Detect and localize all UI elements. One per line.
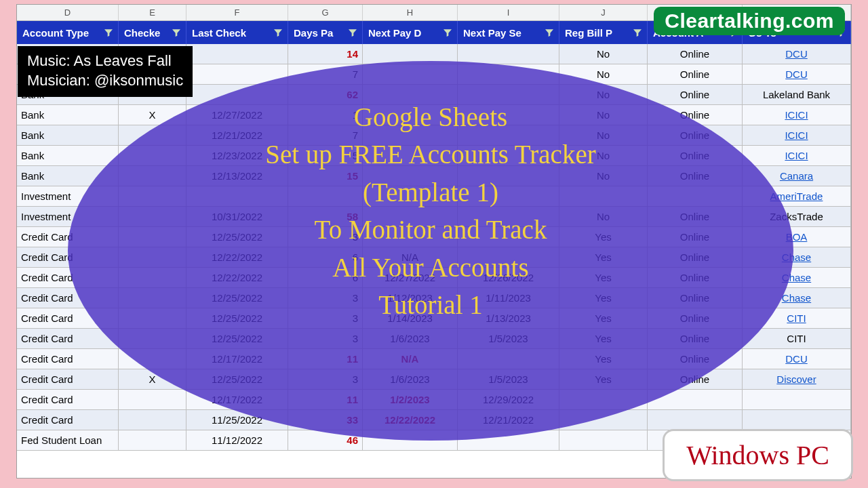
header-cell[interactable]: Next Pay D <box>363 21 458 44</box>
header-cell[interactable]: Last Check <box>186 21 288 44</box>
data-cell[interactable] <box>119 390 186 410</box>
data-cell[interactable] <box>119 430 186 451</box>
title-line: All Your Accounts <box>81 249 780 286</box>
data-cell[interactable]: Online <box>648 44 743 64</box>
column-letter[interactable]: J <box>559 5 648 20</box>
title-line: To Monitor and Track <box>81 211 780 248</box>
filter-icon[interactable] <box>347 27 358 38</box>
header-label: Next Pay Se <box>463 27 521 39</box>
goto-link[interactable]: Chase <box>782 292 811 304</box>
goto-link[interactable]: DCU <box>785 68 808 80</box>
header-label: Next Pay D <box>368 27 421 39</box>
column-letter[interactable]: H <box>363 5 458 20</box>
column-letter[interactable]: G <box>288 5 363 20</box>
data-cell[interactable] <box>458 44 559 64</box>
overlay-title: Google SheetsSet up FREE Accounts Tracke… <box>81 98 780 323</box>
header-cell[interactable]: Checke <box>119 21 186 44</box>
header-cell[interactable]: Reg Bill P <box>559 21 648 44</box>
goto-cell[interactable]: DCU <box>743 64 851 85</box>
data-cell[interactable]: No <box>559 44 648 64</box>
header-label: Days Pa <box>294 27 333 39</box>
filter-icon[interactable] <box>632 27 643 38</box>
header-label: Reg Bill P <box>565 27 612 39</box>
title-line: (Template 1) <box>81 174 780 211</box>
goto-link[interactable]: Discover <box>776 373 816 385</box>
goto-cell[interactable] <box>743 390 851 410</box>
goto-cell[interactable]: DCU <box>743 349 851 369</box>
header-label: Checke <box>124 27 160 39</box>
goto-link[interactable]: Canara <box>780 170 813 182</box>
data-cell[interactable]: Credit Card <box>17 410 119 430</box>
data-cell[interactable]: 14 <box>288 44 363 64</box>
data-cell[interactable]: Credit Card <box>17 369 119 390</box>
goto-link[interactable]: ICICI <box>785 150 808 161</box>
goto-cell[interactable]: Discover <box>743 369 851 390</box>
title-line: Google Sheets <box>81 98 780 136</box>
goto-cell[interactable]: DCU <box>743 44 851 64</box>
header-cell[interactable]: Days Pa <box>288 21 363 44</box>
filter-icon[interactable] <box>544 27 555 38</box>
header-label: Last Check <box>192 27 246 39</box>
goto-link[interactable]: CITI <box>787 312 806 324</box>
music-credit-line2: Musician: @iksonmusic <box>27 71 183 91</box>
header-cell[interactable]: Account Type <box>17 21 119 44</box>
music-credit-box: Music: As Leaves Fall Musician: @iksonmu… <box>18 46 193 97</box>
header-cell[interactable]: Next Pay Se <box>458 21 559 44</box>
data-cell[interactable]: Credit Card <box>17 390 119 410</box>
data-cell[interactable]: Credit Card <box>17 349 119 369</box>
data-cell[interactable] <box>119 410 186 430</box>
data-cell[interactable]: Fed Student Loan <box>17 430 119 451</box>
filter-icon[interactable] <box>171 27 182 38</box>
data-cell[interactable] <box>559 430 648 451</box>
goto-link[interactable]: ICICI <box>785 109 808 121</box>
data-cell[interactable]: 11/12/2022 <box>186 430 288 451</box>
column-letter[interactable]: F <box>186 5 288 20</box>
header-label: Account Type <box>22 27 89 39</box>
goto-link[interactable]: DCU <box>785 48 808 60</box>
title-line: Tutorial 1 <box>81 286 780 323</box>
data-cell[interactable] <box>648 410 743 430</box>
platform-badge: Windows PC <box>663 429 853 481</box>
goto-cell[interactable]: CITI <box>743 329 851 349</box>
data-cell[interactable] <box>186 44 288 64</box>
column-letter[interactable]: D <box>17 5 119 20</box>
column-letter[interactable]: E <box>119 5 186 20</box>
filter-icon[interactable] <box>273 27 283 38</box>
goto-cell[interactable] <box>743 410 851 430</box>
title-line: Set up FREE Accounts Tracker <box>81 136 780 173</box>
filter-icon[interactable] <box>442 27 453 38</box>
goto-link[interactable]: ICICI <box>785 129 808 141</box>
filter-icon[interactable] <box>103 27 114 38</box>
music-credit-line1: Music: As Leaves Fall <box>27 52 183 71</box>
brand-badge: Cleartalking.com <box>654 7 845 35</box>
column-letter[interactable]: I <box>458 5 559 20</box>
goto-link[interactable]: DCU <box>785 353 808 365</box>
data-cell[interactable]: Online <box>648 64 743 85</box>
